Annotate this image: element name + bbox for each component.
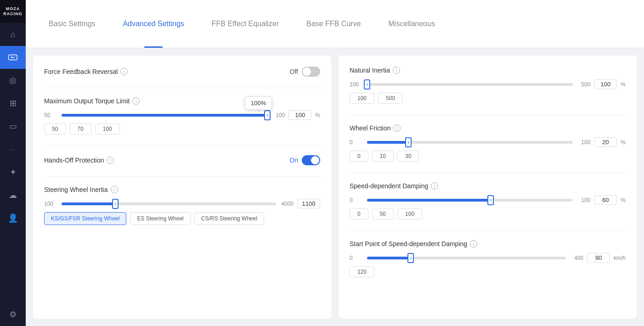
force-feedback-reversal-toggle-wrapper: Off bbox=[290, 67, 320, 77]
wheel-friction-preset-10[interactable]: 10 bbox=[372, 151, 394, 162]
content-area: Force Feedback Reversal i Off Maximum Ou… bbox=[26, 48, 644, 326]
natural-inertia-max: 500 bbox=[576, 81, 590, 88]
speed-damping-max: 100 bbox=[576, 197, 590, 203]
max-torque-max: 100 bbox=[271, 112, 285, 118]
wheel-friction-handle[interactable] bbox=[405, 137, 412, 147]
natural-inertia-preset-500[interactable]: 500 bbox=[378, 93, 403, 104]
person-icon[interactable]: ✦ bbox=[0, 161, 26, 184]
natural-inertia-info[interactable]: i bbox=[393, 67, 400, 74]
main-content: Basic Settings Advanced Settings FFB Eff… bbox=[26, 0, 644, 326]
max-torque-value[interactable]: 100 bbox=[288, 110, 311, 120]
natural-inertia-handle[interactable] bbox=[364, 79, 370, 90]
inertia-preset-cs[interactable]: CS/RS Steering Wheel bbox=[194, 212, 264, 225]
home-icon[interactable]: ⌂ bbox=[0, 23, 26, 46]
hands-off-info[interactable]: i bbox=[107, 157, 114, 164]
force-feedback-reversal-info[interactable]: i bbox=[120, 68, 128, 75]
inertia-row: Steering Wheel Inertia i 100 4000 1100 bbox=[44, 186, 320, 225]
dots-icon[interactable]: ··· bbox=[0, 138, 26, 161]
start-point-damping-fill bbox=[367, 257, 411, 259]
divider-r1 bbox=[350, 115, 626, 115]
speed-damping-preset-100[interactable]: 100 bbox=[397, 208, 422, 219]
start-point-damping-min: 0 bbox=[350, 255, 363, 261]
inertia-presets: KS/GS/FSR Steering Wheel ES Steering Whe… bbox=[44, 212, 320, 225]
speed-damping-info[interactable]: i bbox=[431, 182, 438, 190]
max-torque-row: Maximum Output Torque Limit i 50 100% bbox=[44, 97, 320, 135]
max-torque-presets: 50 70 100 bbox=[44, 124, 320, 135]
tab-base-ffb[interactable]: Base FFB Curve bbox=[293, 0, 374, 48]
max-torque-unit: % bbox=[315, 112, 320, 118]
left-panel: Force Feedback Reversal i Off Maximum Ou… bbox=[33, 56, 331, 319]
user-icon[interactable]: 👤 bbox=[0, 207, 26, 230]
start-point-damping-info[interactable]: i bbox=[470, 240, 477, 247]
divider-1 bbox=[44, 88, 320, 88]
settings-bottom-icon[interactable]: ⚙ bbox=[0, 303, 26, 326]
steering-icon[interactable]: ◎ bbox=[0, 69, 26, 92]
inertia-track[interactable] bbox=[62, 202, 276, 205]
speed-damping-preset-50[interactable]: 50 bbox=[372, 208, 394, 219]
force-feedback-reversal-row: Force Feedback Reversal i Off bbox=[44, 67, 320, 77]
max-torque-preset-70[interactable]: 70 bbox=[69, 124, 91, 135]
divider-r2 bbox=[350, 173, 626, 173]
inertia-preset-es[interactable]: ES Steering Wheel bbox=[130, 212, 190, 225]
start-point-damping-handle[interactable] bbox=[407, 253, 414, 263]
tab-ffb-eq[interactable]: FFB Effect Equalizer bbox=[198, 0, 293, 48]
speed-damping-unit: % bbox=[621, 197, 626, 203]
max-torque-label: Maximum Output Torque Limit bbox=[44, 97, 130, 105]
wheel-friction-preset-30[interactable]: 30 bbox=[397, 151, 419, 162]
max-torque-track[interactable]: 100% bbox=[62, 114, 267, 117]
speed-damping-handle[interactable] bbox=[487, 195, 494, 205]
natural-inertia-min: 100 bbox=[350, 81, 363, 88]
inertia-label: Steering Wheel Inertia bbox=[44, 186, 108, 193]
max-torque-slider-container: 50 100% 100 100 % bbox=[44, 110, 320, 120]
inertia-handle[interactable] bbox=[112, 199, 119, 209]
start-point-damping-unit: km/h bbox=[614, 255, 626, 261]
tab-basic[interactable]: Basic Settings bbox=[35, 0, 109, 48]
speed-damping-value[interactable]: 60 bbox=[594, 195, 617, 205]
speed-damping-presets: 0 50 100 bbox=[350, 208, 626, 219]
gamepad-icon[interactable] bbox=[0, 46, 26, 69]
inertia-info[interactable]: i bbox=[111, 186, 118, 193]
max-torque-preset-100[interactable]: 100 bbox=[95, 124, 120, 135]
natural-inertia-preset-100[interactable]: 100 bbox=[350, 93, 374, 104]
start-point-damping-value[interactable]: 90 bbox=[587, 253, 610, 263]
max-torque-fill bbox=[62, 114, 267, 117]
start-point-damping-preset-120[interactable]: 120 bbox=[350, 266, 374, 277]
inertia-max: 4000 bbox=[280, 201, 294, 207]
wheel-friction-preset-0[interactable]: 0 bbox=[350, 151, 368, 162]
wheel-friction-value[interactable]: 20 bbox=[594, 137, 617, 147]
max-torque-min: 50 bbox=[44, 112, 58, 118]
force-feedback-reversal-state: Off bbox=[290, 68, 298, 75]
wheel-friction-info[interactable]: i bbox=[393, 124, 401, 132]
speed-damping-track[interactable] bbox=[367, 199, 573, 202]
natural-inertia-value[interactable]: 100 bbox=[594, 79, 617, 89]
speed-damping-row: Speed-dependent Damping i 0 100 60 % bbox=[350, 182, 626, 219]
speed-damping-slider: 0 100 60 % bbox=[350, 195, 626, 205]
svg-point-2 bbox=[13, 57, 14, 58]
hands-off-label: Hands-Off Protection bbox=[44, 157, 104, 164]
inertia-slider-container: 100 4000 1100 bbox=[44, 199, 320, 208]
cloud-icon[interactable]: ☁ bbox=[0, 184, 26, 207]
wheel-friction-min: 0 bbox=[350, 139, 363, 146]
force-feedback-reversal-toggle[interactable] bbox=[302, 67, 320, 77]
start-point-damping-slider: 0 400 90 km/h bbox=[350, 253, 626, 263]
divider-2 bbox=[44, 146, 320, 146]
max-torque-preset-50[interactable]: 50 bbox=[44, 124, 66, 135]
max-torque-handle[interactable] bbox=[264, 110, 271, 120]
start-point-damping-track[interactable] bbox=[367, 257, 566, 259]
hands-off-row: Hands-Off Protection i On bbox=[44, 155, 320, 165]
max-torque-info[interactable]: i bbox=[132, 97, 140, 105]
start-point-damping-label: Start Point of Speed-dependent Damping bbox=[350, 240, 467, 247]
natural-inertia-track[interactable] bbox=[367, 83, 573, 86]
speed-damping-min: 0 bbox=[350, 197, 363, 203]
tab-advanced[interactable]: Advanced Settings bbox=[109, 0, 198, 48]
chart-icon[interactable]: ⊞ bbox=[0, 92, 26, 115]
speed-damping-preset-0[interactable]: 0 bbox=[350, 208, 368, 219]
wheel-friction-label: Wheel Friction bbox=[350, 124, 390, 132]
tab-misc[interactable]: Miscellaneous bbox=[375, 0, 449, 48]
monitor-icon[interactable]: ▭ bbox=[0, 115, 26, 138]
wheel-friction-slider: 0 100 20 % bbox=[350, 137, 626, 147]
inertia-value[interactable]: 1100 bbox=[297, 199, 320, 208]
inertia-preset-ks[interactable]: KS/GS/FSR Steering Wheel bbox=[44, 212, 126, 225]
wheel-friction-track[interactable] bbox=[367, 141, 573, 144]
hands-off-toggle[interactable] bbox=[302, 155, 320, 165]
